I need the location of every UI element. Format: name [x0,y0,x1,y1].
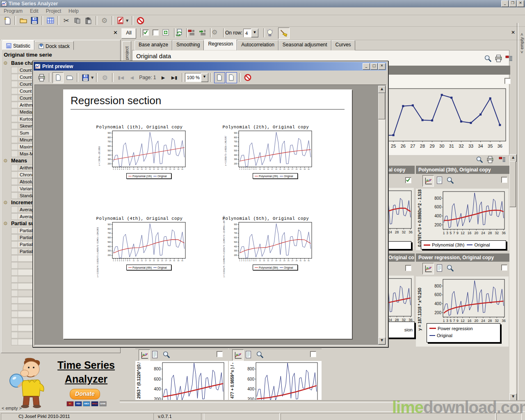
close-strip-icon[interactable]: ✕ [511,30,515,35]
main-scrollbar[interactable]: ▲ ▼ [509,154,516,400]
remove-row-button[interactable] [188,29,195,36]
toolbar-separator [263,28,265,37]
svg-text:19: 19 [275,168,277,170]
report-tool-button[interactable] [499,156,506,163]
next-page-button[interactable]: ▶ [158,73,169,83]
report-view-button[interactable] [244,351,252,358]
minimize-button[interactable]: _ [501,0,509,7]
zoom-tool-button[interactable] [476,156,483,163]
hint-button[interactable] [266,28,274,37]
settings-button[interactable]: ⚙ [100,73,110,83]
tab-statistic[interactable]: Statistic [2,40,34,50]
first-page-button[interactable]: ▮◀ [116,73,126,83]
chart-select-checkbox[interactable] [504,78,511,84]
chart-view-button[interactable] [422,175,434,187]
open-button[interactable] [18,16,28,26]
payment-card-icon: MAES [91,401,98,406]
menu-item-program[interactable]: Program [0,7,26,15]
panel-select-checkbox[interactable] [405,265,411,271]
unchecked-checkbox[interactable] [153,30,159,36]
svg-text:400: 400 [107,154,111,156]
panel-select-checkbox[interactable] [501,265,507,271]
tab-base-analyze[interactable]: Base analyze [135,40,172,50]
report-view-button[interactable] [436,264,443,272]
paste-button[interactable] [83,16,94,26]
preview-scrollbar[interactable]: ▲ ▼ [378,86,385,344]
save-dropdown-icon[interactable]: ▼ [91,76,94,80]
chart-view-button[interactable] [232,349,244,361]
close-button[interactable]: ✕ [378,63,386,70]
restore-button[interactable]: ❐ [509,0,516,7]
tab-smoothing[interactable]: Smoothing [172,40,204,50]
report-tool-button[interactable] [505,55,513,62]
zoom-view-button[interactable] [446,176,454,184]
zoom-view-button[interactable] [446,264,454,272]
two-page-view-button[interactable] [226,72,237,83]
print-tool-button[interactable] [495,55,502,62]
panel-select-checkbox[interactable] [310,351,316,357]
menu-item-help[interactable]: Help [65,7,82,15]
report-view-button[interactable] [151,351,159,358]
donate-button[interactable]: Donate [70,389,100,399]
prev-page-button[interactable]: ◀ [127,73,137,83]
minimize-button[interactable]: _ [363,63,370,70]
pdf-export-dropdown[interactable]: ▼ [126,19,128,23]
close-button[interactable]: ✕ [517,0,524,7]
tab-seasonal-adjusment[interactable]: Seasonal adjusment [278,40,331,50]
gear-icon[interactable]: ⚙ [212,28,217,36]
save-button[interactable] [80,73,91,83]
close-preview-button[interactable] [243,73,253,83]
clean-button[interactable] [278,27,290,39]
panel-select-checkbox[interactable] [217,351,223,357]
scrollbar-thumb[interactable] [378,93,385,119]
all-button[interactable]: All [121,28,136,39]
print-tool-button[interactable] [486,156,494,163]
tab-project[interactable]: project [122,41,131,62]
zoom-tool-button[interactable] [484,55,492,62]
panel-select-checkbox[interactable] [501,177,507,183]
new-button[interactable] [2,16,12,26]
svg-text:8: 8 [127,168,128,170]
landscape-button[interactable] [64,73,75,83]
zoom-select[interactable]: 100 % ▼ [185,73,209,82]
single-page-view-button[interactable] [214,72,225,83]
zoom-view-button[interactable] [162,351,170,358]
scroll-up-icon[interactable]: ▲ [378,86,386,93]
close-panel-icon[interactable]: ✕ [113,30,118,36]
scrollbar-thumb[interactable] [509,161,516,207]
stop-button[interactable] [135,16,146,26]
maximize-button[interactable]: □ [370,63,378,70]
scroll-down-icon[interactable]: ▼ [378,337,386,345]
chart-view-button[interactable] [422,263,434,274]
dropdown-arrow-icon[interactable]: ▼ [251,29,258,37]
copy-button[interactable] [72,16,82,26]
insert-row-button[interactable] [199,29,206,36]
svg-text:9: 9 [129,260,130,262]
panel-select-checkbox[interactable] [405,177,411,183]
menu-item-edit[interactable]: Edit [26,7,42,15]
last-page-button[interactable]: ▶▮ [169,73,180,83]
on-row-select[interactable]: 4 ▼ [243,29,259,37]
tab-curves[interactable]: Curves [331,40,355,50]
tab-regression[interactable]: Regression [204,39,237,50]
refresh-button[interactable] [176,29,183,36]
chart-view-button[interactable] [139,349,150,361]
tab-dock-stack[interactable]: Dock stack [34,41,74,50]
checked-checkbox[interactable] [143,30,149,36]
add-box-button[interactable] [162,29,169,36]
scroll-up-icon[interactable]: ▲ [509,154,517,162]
tab-autocorrelation[interactable]: Autocorrelation [237,40,278,50]
table-button[interactable] [45,16,55,26]
pdf-export-button[interactable] [115,16,126,26]
menu-item-project[interactable]: Project [42,7,65,15]
cut-button[interactable]: ✂ [61,16,71,26]
dropdown-arrow-icon[interactable]: ▼ [201,73,208,82]
svg-text:34: 34 [478,144,483,148]
report-view-button[interactable] [436,176,443,184]
print-button[interactable] [37,73,47,83]
save-button[interactable] [29,16,39,26]
zoom-view-button[interactable] [256,351,264,358]
portrait-button[interactable] [52,72,64,83]
settings-button[interactable]: ⚙ [99,16,110,26]
print-preview-titlebar[interactable]: Print preview _ □ ✕ [34,62,386,71]
